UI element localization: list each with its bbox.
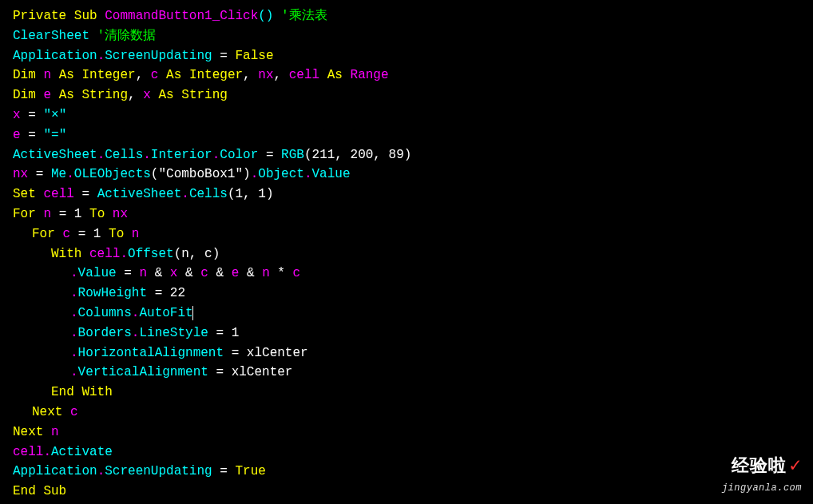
- identifier: Offset: [128, 247, 174, 261]
- code-line: nx = Me.OLEObjects("ComboBox1").Object.V…: [13, 165, 800, 185]
- identifier: cell: [89, 247, 120, 261]
- dot: .: [70, 286, 78, 300]
- comment: '清除数据: [89, 29, 156, 43]
- check-icon: ✓: [790, 455, 802, 477]
- operator: =: [21, 128, 44, 142]
- identifier: c: [293, 266, 301, 280]
- keyword: False: [235, 49, 273, 63]
- identifier: n: [43, 68, 51, 82]
- code-line: .HorizontalAlignment = xlCenter: [13, 343, 800, 363]
- operator: = xlCenter: [208, 365, 293, 379]
- identifier: c: [70, 405, 78, 419]
- keyword: End With: [51, 385, 113, 399]
- type: Range: [351, 68, 389, 82]
- identifier: VerticalAlignment: [78, 365, 208, 379]
- dot: .: [120, 247, 128, 261]
- code-line: Next n: [13, 423, 800, 442]
- identifier: x: [13, 108, 21, 122]
- dot: .: [70, 266, 78, 280]
- args: (1, 1): [228, 187, 274, 201]
- keyword: Set: [13, 187, 36, 201]
- keyword: As String: [59, 88, 128, 102]
- operator: &: [177, 266, 200, 280]
- operator: =: [212, 49, 236, 63]
- identifier: Value: [78, 266, 117, 280]
- dot: .: [43, 445, 51, 459]
- identifier: cell: [43, 187, 73, 201]
- code-line: Application.ScreenUpdating = False: [13, 46, 800, 66]
- identifier: n: [139, 266, 147, 280]
- operator: =: [117, 266, 140, 280]
- keyword: Next: [32, 405, 62, 419]
- identifier: Interior: [151, 148, 212, 162]
- function: RGB: [281, 148, 304, 162]
- identifier: Color: [220, 148, 258, 162]
- dot: .: [251, 167, 259, 181]
- identifier: ClearSheet: [13, 29, 89, 43]
- identifier: AutoFit: [139, 306, 192, 320]
- identifier: Columns: [78, 306, 132, 320]
- code-line: Application.ScreenUpdating = True: [13, 462, 800, 482]
- code-line: ClearSheet '清除数据: [13, 26, 800, 46]
- args: (211, 200, 89): [304, 148, 411, 162]
- dot: .: [181, 187, 189, 201]
- identifier: Application: [13, 49, 97, 63]
- identifier: Application: [13, 464, 97, 478]
- identifier: c: [200, 266, 208, 280]
- parens: (): [258, 9, 273, 23]
- identifier: nx: [13, 167, 28, 181]
- code-line: Dim n As Integer, c As Integer, nx, cell…: [13, 65, 800, 85]
- keyword: As: [327, 68, 343, 82]
- operator: =: [212, 464, 236, 478]
- identifier: n: [132, 227, 140, 241]
- keyword: Dim: [13, 88, 36, 102]
- identifier: n: [51, 425, 59, 439]
- keyword: Next: [13, 425, 43, 439]
- identifier: ScreenUpdating: [105, 464, 212, 478]
- identifier: e: [43, 88, 51, 102]
- keyword: To: [89, 207, 105, 221]
- identifier: RowHeight: [78, 286, 147, 300]
- identifier: c: [62, 227, 70, 241]
- watermark-url: jingyanla.com: [722, 481, 802, 496]
- code-line: x = "×": [13, 105, 800, 125]
- code-line: .RowHeight = 22: [13, 284, 800, 304]
- dot: .: [143, 148, 151, 162]
- identifier: n: [43, 207, 51, 221]
- code-line: End Sub: [13, 482, 800, 502]
- dot: .: [70, 326, 78, 340]
- identifier: n: [262, 266, 270, 280]
- args: (n, c): [174, 247, 220, 261]
- operator: = 1: [208, 326, 239, 340]
- keyword: Dim: [13, 68, 36, 82]
- code-line: Private Sub CommandButton1_Click() '乘法表: [13, 6, 800, 26]
- keyword: As Integer: [59, 68, 136, 82]
- identifier: OLEObjects: [74, 167, 151, 181]
- code-line: With cell.Offset(n, c): [13, 244, 800, 264]
- code-line: Next c: [13, 403, 800, 423]
- dot: .: [66, 167, 74, 181]
- operator: *: [270, 266, 293, 280]
- operator: = xlCenter: [224, 346, 308, 360]
- code-line: .Columns.AutoFit: [13, 304, 800, 323]
- dot: .: [212, 148, 220, 162]
- keyword: As String: [158, 88, 227, 102]
- code-line: Set cell = ActiveSheet.Cells(1, 1): [13, 185, 800, 204]
- keyword: To: [109, 227, 124, 241]
- dot: .: [304, 167, 312, 181]
- code-line: End With: [13, 383, 800, 403]
- code-line: ActiveSheet.Cells.Interior.Color = RGB(2…: [13, 145, 800, 165]
- code-line: .Value = n & x & c & e & n * c: [13, 264, 800, 284]
- keyword: As Integer: [166, 68, 243, 82]
- watermark: 经验啦✓ jingyanla.com: [722, 451, 802, 496]
- identifier: e: [232, 266, 240, 280]
- operator: = 1: [70, 227, 109, 241]
- keyword: End Sub: [13, 484, 66, 498]
- identifier: Cells: [189, 187, 228, 201]
- code-line: .Borders.LineStyle = 1: [13, 323, 800, 343]
- identifier: Activate: [51, 445, 113, 459]
- dot: .: [97, 464, 105, 478]
- identifier: e: [13, 128, 21, 142]
- identifier: nx: [258, 68, 273, 82]
- identifier: ActiveSheet: [97, 187, 182, 201]
